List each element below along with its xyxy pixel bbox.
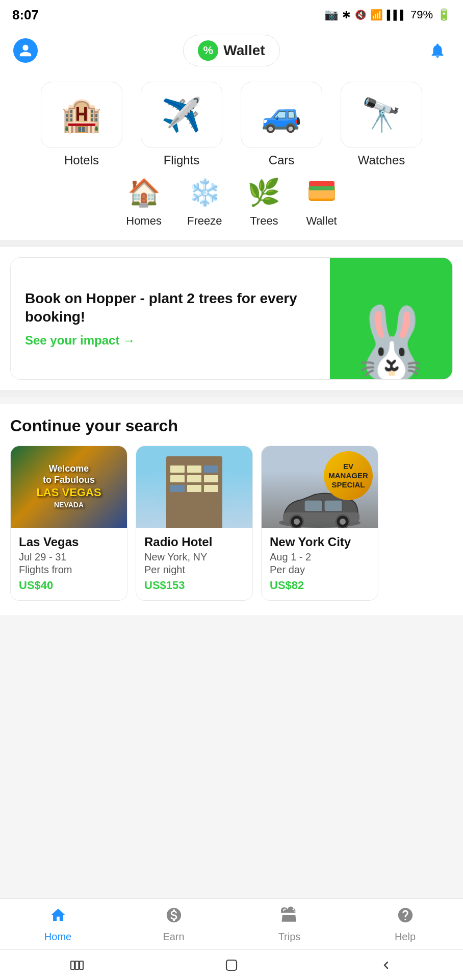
trips-nav-icon xyxy=(281,906,298,928)
watches-icon-box: 🔭 xyxy=(341,82,422,148)
section-divider-1 xyxy=(0,240,463,247)
nyc-desc: Per day xyxy=(270,564,370,576)
category-section: 🏨 Hotels ✈️ Flights 🚙 Cars 🔭 Watches 🏠 H… xyxy=(0,77,463,240)
section-title: Continue your search xyxy=(10,416,453,435)
homes-icon: 🏠 xyxy=(127,175,161,210)
category-cars[interactable]: 🚙 Cars xyxy=(236,82,327,167)
signal-icon: ▌▌▌ xyxy=(387,10,406,20)
wallet-label: Wallet xyxy=(223,42,265,59)
user-avatar-button[interactable] xyxy=(12,37,39,64)
battery-percent: 79% xyxy=(410,8,433,21)
earn-nav-icon xyxy=(165,906,183,928)
ev-badge: EVMANAGERSPECIAL xyxy=(324,451,373,500)
back-button[interactable] xyxy=(371,955,401,975)
category-watches[interactable]: 🔭 Watches xyxy=(336,82,427,167)
category-homes[interactable]: 🏠 Homes xyxy=(126,175,162,228)
trips-nav-label: Trips xyxy=(278,931,301,943)
bottom-spacer xyxy=(0,615,463,702)
category-flights[interactable]: ✈️ Flights xyxy=(136,82,227,167)
trips-icon xyxy=(281,906,298,924)
continue-search-section: Continue your search Welcometo FabulousL… xyxy=(0,404,463,615)
watches-label: Watches xyxy=(358,153,405,167)
category-freeze[interactable]: ❄️ Freeze xyxy=(187,175,222,228)
trees-icon: 🌿 xyxy=(247,175,280,210)
building-wrap xyxy=(136,446,252,528)
section-divider-2 xyxy=(0,390,463,397)
svg-rect-13 xyxy=(75,961,79,969)
search-card-las-vegas[interactable]: Welcometo FabulousLAS VEGASNEVADA Las Ve… xyxy=(10,446,127,601)
flights-icon-box: ✈️ xyxy=(141,82,222,148)
cars-icon-box: 🚙 xyxy=(241,82,322,148)
svg-rect-12 xyxy=(71,961,74,969)
battery-icon: 🔋 xyxy=(437,8,451,21)
las-vegas-dates: Jul 29 - 31 xyxy=(19,551,119,563)
notifications-button[interactable] xyxy=(424,37,451,64)
nav-home[interactable]: Home xyxy=(0,906,116,943)
home-button[interactable] xyxy=(216,955,247,975)
promo-text-area: Book on Hopper - plant 2 trees for every… xyxy=(11,258,330,379)
nav-trips[interactable]: Trips xyxy=(232,906,347,943)
home-system-icon xyxy=(224,958,239,972)
radio-hotel-city: Radio Hotel xyxy=(144,535,244,549)
search-cards-container: Welcometo FabulousLAS VEGASNEVADA Las Ve… xyxy=(10,446,453,605)
category-row-2: 🏠 Homes ❄️ Freeze 🌿 Trees Wallet xyxy=(10,175,453,228)
category-trees[interactable]: 🌿 Trees xyxy=(247,175,280,228)
promo-section: Book on Hopper - plant 2 trees for every… xyxy=(0,247,463,390)
radio-hotel-desc: Per night xyxy=(144,564,244,576)
nav-help[interactable]: Help xyxy=(347,906,463,943)
radio-hotel-price: US$153 xyxy=(144,579,244,592)
nyc-card-body: New York City Aug 1 - 2 Per day US$82 xyxy=(262,528,378,600)
bluetooth-icon: ✱ xyxy=(342,9,351,21)
svg-rect-10 xyxy=(304,500,322,511)
search-card-radio-hotel[interactable]: Radio Hotel New York, NY Per night US$15… xyxy=(136,446,253,601)
wallet-category-label: Wallet xyxy=(306,214,337,228)
nyc-city: New York City xyxy=(270,535,370,549)
earn-nav-label: Earn xyxy=(163,931,184,943)
svg-rect-15 xyxy=(226,960,237,970)
camera-icon: 📷 xyxy=(324,8,338,21)
back-icon xyxy=(380,959,392,971)
las-vegas-city: Las Vegas xyxy=(19,535,119,549)
status-bar: 8:07 📷 ✱ 🔇 📶 ▌▌▌ 79% 🔋 xyxy=(0,0,463,29)
freeze-label: Freeze xyxy=(187,214,222,228)
promo-link[interactable]: See your impact → xyxy=(25,333,316,348)
help-nav-icon xyxy=(397,906,414,928)
bunny-illustration: 🐰 xyxy=(347,308,436,379)
home-nav-icon xyxy=(49,906,67,928)
wallet-svg-icon xyxy=(308,181,336,204)
svg-rect-11 xyxy=(324,500,342,511)
bell-icon xyxy=(429,42,446,59)
home-nav-label: Home xyxy=(44,931,71,943)
app-header: % Wallet xyxy=(0,29,463,77)
hotels-icon-box: 🏨 xyxy=(41,82,122,148)
promo-card[interactable]: Book on Hopper - plant 2 trees for every… xyxy=(10,257,453,380)
recents-button[interactable] xyxy=(62,955,92,975)
bottom-navigation: Home Earn Trips Help xyxy=(0,898,463,949)
nyc-price: US$82 xyxy=(270,579,370,592)
trees-label: Trees xyxy=(250,214,278,228)
help-icon xyxy=(397,906,414,924)
status-time: 8:07 xyxy=(12,7,39,23)
home-icon xyxy=(49,906,67,924)
promo-image-area: 🐰 xyxy=(330,258,452,379)
svg-rect-3 xyxy=(309,181,335,186)
nav-earn[interactable]: Earn xyxy=(116,906,232,943)
homes-label: Homes xyxy=(126,214,162,228)
wallet-pill-button[interactable]: % Wallet xyxy=(183,35,279,66)
system-navigation-bar xyxy=(0,949,463,980)
wifi-icon: 📶 xyxy=(370,9,383,21)
las-vegas-image: Welcometo FabulousLAS VEGASNEVADA xyxy=(11,446,127,528)
nyc-image: EVMANAGERSPECIAL xyxy=(262,446,378,528)
wallet-icon xyxy=(308,175,336,210)
building-illustration xyxy=(166,456,222,528)
mute-icon: 🔇 xyxy=(355,9,366,20)
promo-title: Book on Hopper - plant 2 trees for every… xyxy=(25,289,316,327)
category-row-1: 🏨 Hotels ✈️ Flights 🚙 Cars 🔭 Watches xyxy=(10,82,453,167)
radio-hotel-image xyxy=(136,446,252,528)
status-icons: 📷 ✱ 🔇 📶 ▌▌▌ 79% 🔋 xyxy=(324,8,451,21)
category-wallet[interactable]: Wallet xyxy=(306,175,337,228)
las-vegas-sign: Welcometo FabulousLAS VEGASNEVADA xyxy=(32,459,105,514)
search-card-nyc[interactable]: EVMANAGERSPECIAL xyxy=(261,446,378,601)
category-hotels[interactable]: 🏨 Hotels xyxy=(36,82,127,167)
radio-hotel-location: New York, NY xyxy=(144,551,244,563)
